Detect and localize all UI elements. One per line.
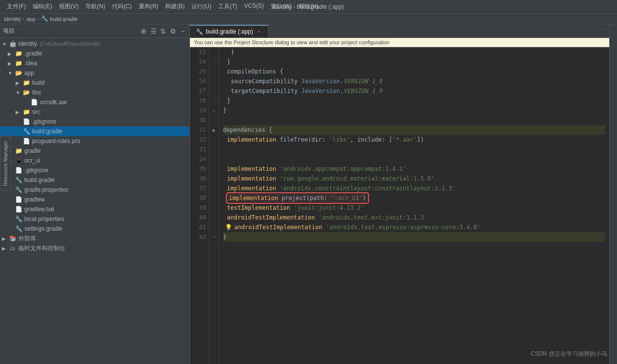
code-line-41: 💡androidTestImplementation 'androidx.tes… [223,222,605,232]
tree-item[interactable]: 🔧 local.properties [0,214,189,224]
tree-item-label: gradle.properties [24,186,68,193]
code-content[interactable]: } } compileOptions { sourceCompatibility… [219,47,609,364]
gradle-icon: 🔧 [22,127,30,135]
folder-icon: 📁 [15,59,22,67]
tree-item-label: .idea [24,60,37,67]
tree-item[interactable]: ▶ 📁 .gradle [0,49,189,58]
tree-item[interactable]: 📄 ocrsdk.aar [0,97,189,107]
tree-item-external-libs[interactable]: ▶ 📚 外部库 [0,234,189,243]
breadcrumb-file[interactable]: 🔧 build.gradle [41,16,78,22]
minimize-icon[interactable]: − [179,27,187,35]
menu-refactor[interactable]: 重构(R) [136,1,162,12]
fold-mark[interactable]: − [209,96,219,106]
menu-run[interactable]: 运行(U) [188,1,214,12]
gradle-icon: 🔧 [15,186,22,194]
file-tree: ▼ 🤖 identity D:\AndroidProject\identity … [0,38,189,364]
tree-item[interactable]: ▶ 📁 gradle [0,146,189,156]
tree-item[interactable]: 📄 gradlew.bat [0,204,189,214]
file-icon: 📄 [15,205,22,213]
tree-item-temp[interactable]: ▶ 🗂 临时文件和控制台 [0,243,189,253]
settings-icon[interactable]: ⚙ [169,27,177,35]
tree-item[interactable]: 🔧 settings.gradle [0,224,189,234]
tree-item-label: app [24,70,34,76]
tree-item-app[interactable]: ▼ 📂 app [0,68,189,78]
tree-item[interactable]: ▶ 📁 build [0,78,189,88]
titlebar: 文件(F) 编辑(E) 视图(V) 导航(N) 代码(C) 重构(R) 构建(B… [0,0,617,14]
tree-item-build-gradle-app[interactable]: 🔧 build.gradle [0,127,189,136]
gradle-tab-icon: 🔧 [196,28,203,35]
code-line-36: implementation 'com.google.android.mater… [223,174,605,183]
editor-panel: 🔧 build.gradle (:app) × You can use the … [190,24,609,364]
code-fold-column: − − − ▶ − [209,47,219,364]
tree-item[interactable]: 📄 .gitignore [0,165,189,175]
tree-item-libs[interactable]: ▼ 📂 libs [0,88,189,97]
tab-label: build.gradle (:app) [206,28,253,35]
breadcrumb-identity[interactable]: identity [4,16,21,22]
info-text: You can use the Project Structure dialog… [194,39,390,45]
tab-close-button[interactable]: × [256,29,262,35]
file-icon: 📄 [22,118,30,126]
fold-mark [209,135,219,145]
editor-tab-active[interactable]: 🔧 build.gradle (:app) × [190,25,268,37]
tree-item[interactable]: 🔧 gradle.properties [0,185,189,195]
tree-item-label: proguard-rules.pro [32,138,80,145]
code-line-39: testImplementation 'junit:junit:4.13.2' [223,203,605,213]
code-line-29: } [223,106,605,115]
tree-item-label: gradle [24,147,40,154]
tree-item-label: src [32,109,40,115]
fold-mark [209,76,219,86]
menu-view[interactable]: 视图(V) [56,1,81,12]
tree-item[interactable]: 📄 proguard-rules.pro [0,136,189,146]
tree-item[interactable]: 📄 gradlew [0,195,189,204]
sort-icon[interactable]: ⇅ [159,27,167,35]
breadcrumb-app[interactable]: app [27,16,36,22]
menu-navigate[interactable]: 导航(N) [82,1,108,12]
tree-root[interactable]: ▼ 🤖 identity D:\AndroidProject\identity [0,39,189,49]
fold-mark [209,67,219,76]
file-tree-toolbar: 项目 ⊕ ☰ ⇅ ⚙ − [0,24,189,38]
resource-manager-tab[interactable]: Resource Manager [0,136,11,191]
line-numbers: 23 24 25 26 27 28 29 30 31 32 33 34 35 3… [190,47,209,364]
menu-tools[interactable]: 工具(T) [215,1,240,12]
fold-mark [209,145,219,154]
fold-mark [209,86,219,96]
fold-mark[interactable]: ▶ [209,125,219,135]
menu-edit[interactable]: 编辑(E) [30,1,55,12]
library-icon: 📚 [9,235,17,242]
tree-item[interactable]: 📄 .gitignore [0,117,189,127]
tree-item-label: .gitignore [24,167,48,174]
menu-build[interactable]: 构建(B) [162,1,187,12]
watermark: CSDN @正在学习驰骋的小马 [530,350,607,358]
main-layout: Resource Manager 项目 ⊕ ☰ ⇅ ⚙ − ▼ 🤖 identi… [0,24,617,364]
tree-item[interactable]: ▶ 📁 .idea [0,58,189,68]
gradle-icon: 🔧 [15,176,22,184]
menu-file[interactable]: 文件(F) [4,1,29,12]
fold-mark [209,183,219,193]
file-icon: 📄 [15,166,22,174]
fold-mark[interactable]: − [209,232,219,242]
breadcrumb: identity › app › 🔧 build.gradle [0,14,617,24]
code-line-23: } [223,47,605,57]
code-line-25: compileOptions { [223,67,605,76]
fold-mark[interactable]: − [209,106,219,115]
tree-item[interactable]: ▶ 📁 src [0,107,189,117]
menu-code[interactable]: 代码(C) [109,1,135,12]
fold-mark[interactable]: − [209,57,219,67]
root-path: D:\AndroidProject\identity [40,41,100,47]
add-icon[interactable]: ⊕ [140,27,148,35]
tree-item-label: build [32,79,44,86]
fold-mark [209,213,219,222]
fold-mark [209,203,219,213]
tree-item-label: .gradle [24,50,42,57]
collapse-icon[interactable]: ☰ [150,27,157,35]
window-title: identity - build.gradle (:app) [273,3,344,10]
code-area[interactable]: 23 24 25 26 27 28 29 30 31 32 33 34 35 3… [190,47,609,364]
gradle-icon: 🔧 [15,225,22,233]
menu-vcs[interactable]: VCS(S) [241,1,267,12]
file-icon: 📄 [15,196,22,203]
info-bar: You can use the Project Structure dialog… [190,38,609,47]
folder-icon: 📁 [15,147,22,155]
tree-item[interactable]: ▶ 📱 ocr_ui [0,156,189,165]
tree-item[interactable]: 🔧 build.gradle [0,175,189,185]
code-line-27: targetCompatibility JavaVersion.VERSION_… [223,86,605,96]
